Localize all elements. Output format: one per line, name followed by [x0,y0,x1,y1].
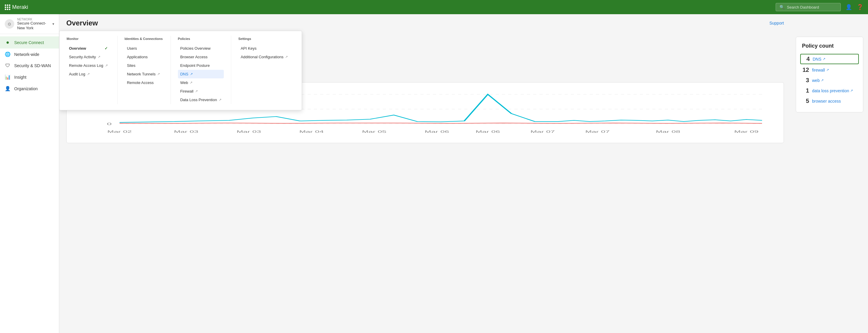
dropdown-item-users[interactable]: Users [125,44,163,53]
dropdown-item-dns[interactable]: DNS ↗ [178,70,224,78]
svg-text:Mar 05: Mar 05 [362,130,386,133]
web-link-ext-icon: ↗ [821,78,824,82]
dropdown-item-endpoint-posture[interactable]: Endpoint Posture [178,61,224,70]
dropdown-item-firewall[interactable]: Firewall ↗ [178,87,224,96]
dropdown-item-browser-access[interactable]: Browser Access [178,53,224,61]
dropdown-item-dlp[interactable]: Data Loss Prevention ↗ [178,96,224,104]
dropdown-col-policies: Policies Policies Overview Browser Acces… [170,36,231,104]
user-icon[interactable]: 👤 [845,4,852,10]
sidebar-item-label-organization: Organization [14,86,38,91]
nav-right: 🔍 👤 ❓ [776,3,863,11]
page-title: Overview [66,19,98,27]
svg-text:Mar 08: Mar 08 [656,130,680,133]
security-activity-ext-icon: ↗ [98,55,100,59]
dns-link-label: DNS [813,57,822,62]
svg-text:Mar 02: Mar 02 [107,130,132,133]
sidebar: ⊙ Network Secure Connect-New York ▾ ● Se… [0,14,59,333]
policy-row-web: 3 web ↗ [802,75,857,86]
dropdown-item-remote-access[interactable]: Remote Access [125,78,163,87]
sidebar-item-network-wide[interactable]: 🌐 Network-wide [0,48,59,60]
insight-icon: 📊 [5,74,11,80]
network-info: Network Secure Connect-New York [17,18,50,30]
svg-text:Mar 07: Mar 07 [585,130,610,133]
svg-text:Mar 03: Mar 03 [237,130,261,133]
dropdown-item-sites[interactable]: Sites [125,61,163,70]
firewall-link-label: firewall [812,68,825,72]
browser-access-link-label: browser access [812,99,841,103]
network-icon: ⊙ [5,19,14,29]
dropdown-item-applications[interactable]: Applications [125,53,163,61]
sidebar-item-organization[interactable]: 👤 Organization [0,83,59,94]
dropdown-item-remote-access-log[interactable]: Remote Access Log ↗ [67,61,110,70]
sidebar-item-security-sd-wan[interactable]: 🛡 Security & SD-WAN [0,60,59,71]
remote-access-log-label: Remote Access Log [69,63,103,68]
dropdown-col-identities: Identities & Connections Users Applicati… [117,36,170,104]
policy-row-dlp: 1 data loss prevention ↗ [802,86,857,96]
search-input[interactable] [787,5,837,9]
svg-text:Mar 04: Mar 04 [299,130,323,133]
sidebar-item-label-network-wide: Network-wide [14,52,39,57]
sidebar-item-label-secure-connect: Secure Connect [14,40,44,45]
dropdown-col-header-identities: Identities & Connections [125,36,163,40]
overview-label: Overview [69,46,86,51]
policy-row-dns: 4 DNS ↗ [800,54,859,64]
sidebar-item-secure-connect[interactable]: ● Secure Connect [0,36,59,48]
dropdown-item-security-activity[interactable]: Security Activity ↗ [67,53,110,61]
network-wide-icon: 🌐 [5,52,11,57]
browser-access-label: Browser Access [180,55,208,59]
meraki-brand: Meraki [12,4,28,10]
dropdown-item-policies-overview[interactable]: Policies Overview [178,44,224,53]
organization-icon: 👤 [5,86,11,91]
additional-config-label: Additional Configurations [241,55,284,59]
policy-count-title: Policy count [802,43,857,49]
right-panel: Policy count 4 DNS ↗ 12 firewall ↗ [791,14,868,333]
help-icon[interactable]: ❓ [857,4,863,10]
svg-text:0: 0 [107,122,112,126]
network-tunnels-ext-icon: ↗ [157,72,160,76]
policy-row-firewall: 12 firewall ↗ [802,65,857,75]
policy-link-web[interactable]: web ↗ [812,78,824,83]
cisco-logo: Meraki [5,4,28,10]
policy-link-dns[interactable]: DNS ↗ [813,57,825,62]
firewall-link-ext-icon: ↗ [826,68,829,72]
dropdown-item-api-keys[interactable]: API Keys [238,44,290,53]
search-bar[interactable]: 🔍 [776,3,841,11]
sidebar-item-insight[interactable]: 📊 Insight [0,71,59,83]
policy-count-dns: 4 [803,56,810,62]
policy-row-browser-access: 5 browser access [802,96,857,106]
dropdown-item-additional-config[interactable]: Additional Configurations ↗ [238,53,290,61]
network-selector[interactable]: ⊙ Network Secure Connect-New York ▾ [0,14,59,34]
dlp-label: Data Loss Prevention [180,98,217,102]
policies-overview-label: Policies Overview [180,46,211,51]
policy-link-firewall[interactable]: firewall ↗ [812,68,829,72]
audit-log-label: Audit Log [69,72,85,76]
api-keys-label: API Keys [241,46,256,51]
top-navigation: Meraki 🔍 👤 ❓ [0,0,868,14]
dropdown-item-audit-log[interactable]: Audit Log ↗ [67,70,110,78]
sidebar-item-label-insight: Insight [14,75,26,79]
main-content: Overview Support Monitor Overview ✓ Secu… [59,14,868,333]
support-link[interactable]: Support [769,21,784,26]
svg-text:Mar 03: Mar 03 [174,130,198,133]
web-ext-icon: ↗ [190,81,192,85]
dns-label: DNS [180,72,188,76]
network-name: Secure Connect-New York [17,21,50,30]
security-sd-wan-icon: 🛡 [5,63,11,68]
dropdown-item-network-tunnels[interactable]: Network Tunnels ↗ [125,70,163,78]
dns-link-ext-icon: ↗ [823,57,825,61]
network-tunnels-label: Network Tunnels [127,72,156,76]
security-activity-label: Security Activity [69,55,96,59]
svg-text:Mar 06: Mar 06 [476,130,500,133]
users-label: Users [127,46,137,51]
dropdown-col-header-monitor: Monitor [67,36,110,40]
web-label: Web [180,80,188,85]
firewall-label: Firewall [180,89,194,94]
policy-link-browser-access[interactable]: browser access [812,99,841,103]
remote-access-label: Remote Access [127,80,154,85]
dropdown-item-web[interactable]: Web ↗ [178,78,224,87]
policy-link-dlp[interactable]: data loss prevention ↗ [812,89,853,93]
dropdown-item-overview[interactable]: Overview ✓ [67,44,110,53]
policy-count-firewall: 12 [802,67,809,73]
nav-left: Meraki [5,4,28,10]
sidebar-navigation: ● Secure Connect 🌐 Network-wide 🛡 Securi… [0,34,59,97]
